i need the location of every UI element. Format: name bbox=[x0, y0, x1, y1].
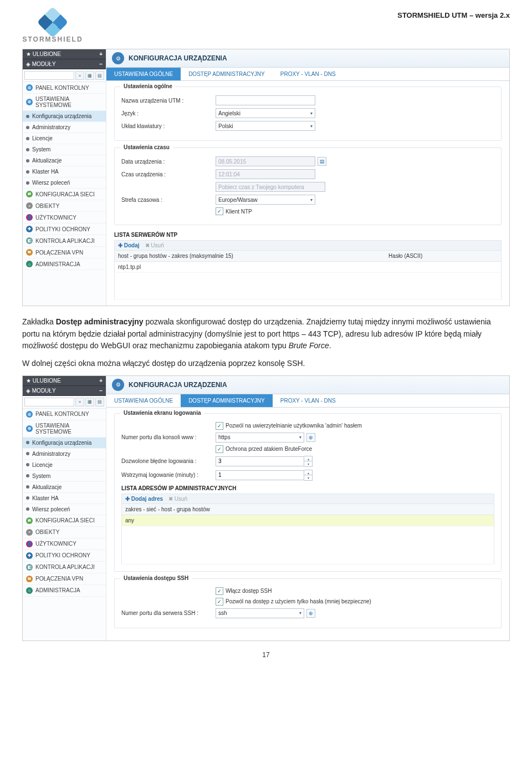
calendar-icon[interactable]: ▤ bbox=[318, 157, 326, 166]
www-port-label: Numer portu dla konsoli www : bbox=[121, 434, 216, 440]
add-address-button[interactable]: ✚ Dodaj adres bbox=[125, 496, 163, 502]
list-icon[interactable]: ▤ bbox=[95, 398, 104, 406]
col-password: Hasło (ASCII) bbox=[385, 251, 501, 262]
panel-title: KONFIGURACJA URZĄDZENIA bbox=[129, 54, 227, 62]
sidebar-item[interactable]: Wiersz poleceń bbox=[23, 504, 106, 515]
keyboard-select[interactable]: Polski▾ bbox=[216, 121, 315, 131]
add-object-icon[interactable]: ⊕ bbox=[306, 609, 315, 618]
ntp-client-checkbox[interactable]: ✓Klient NTP bbox=[216, 207, 252, 215]
sidebar-item[interactable]: Klaster HA bbox=[23, 493, 106, 504]
sidebar-item-label: KONFIGURACJA SIECI bbox=[35, 191, 95, 197]
tab[interactable]: PROXY - VLAN - DNS bbox=[273, 394, 344, 407]
tab[interactable]: USTAWIENIA OGÓLNE bbox=[106, 394, 181, 407]
sidebar-item[interactable]: ◎PANEL KONTROLNY bbox=[23, 82, 106, 94]
sidebar-item[interactable]: ⌂ADMINISTRACJA bbox=[23, 585, 106, 597]
sidebar-item[interactable]: Administratorzy bbox=[23, 449, 106, 460]
bullet-icon bbox=[26, 126, 29, 129]
sidebar-item[interactable]: Konfiguracja urządzenia bbox=[23, 111, 106, 122]
bullet-icon bbox=[26, 474, 29, 477]
clear-icon[interactable]: × bbox=[75, 398, 84, 406]
chevron-down-icon: ▾ bbox=[299, 435, 301, 440]
sidebar-item[interactable]: Aktualizacje bbox=[23, 155, 106, 166]
sidebar-item[interactable]: System bbox=[23, 471, 106, 482]
sidebar-item[interactable]: Licencje bbox=[23, 460, 106, 471]
sidebar-favorites[interactable]: ★ ULUBIONE+ bbox=[23, 49, 106, 59]
sidebar-item[interactable]: ◧KONTROLA APLIKACJI bbox=[23, 235, 106, 247]
allow-password-auth-checkbox[interactable]: ✓Pozwól na uwierzytelnianie użytkownika … bbox=[216, 422, 362, 430]
ssh-port-select[interactable]: ssh▾ bbox=[216, 608, 304, 618]
sidebar-item[interactable]: Wiersz poleceń bbox=[23, 177, 106, 189]
www-port-select[interactable]: https▾ bbox=[216, 433, 304, 443]
list-icon[interactable]: ▤ bbox=[95, 71, 104, 80]
ssh-port-label: Numer portu dla serwera SSH : bbox=[121, 610, 216, 616]
grid-icon[interactable]: ▦ bbox=[85, 71, 94, 80]
sidebar-item[interactable]: ⇄KONFIGURACJA SIECI bbox=[23, 515, 106, 527]
table-row[interactable]: ntp1.tp.pl bbox=[115, 262, 502, 273]
sidebar-item[interactable]: ✚POLITYKI OCHRONY bbox=[23, 223, 106, 235]
spinner-buttons[interactable]: ▴▾ bbox=[304, 456, 313, 467]
sidebar-item-label: POŁĄCZENIA VPN bbox=[35, 576, 83, 582]
device-name-input[interactable] bbox=[216, 95, 315, 105]
bruteforce-checkbox[interactable]: ✓Ochrona przed atakiem BruteForce bbox=[216, 445, 312, 453]
timezone-label: Strefa czasowa : bbox=[121, 197, 216, 203]
chevron-down-icon: ▾ bbox=[310, 111, 313, 116]
hold-login-input[interactable] bbox=[216, 470, 304, 480]
sidebar-item[interactable]: ⚙USTAWIENIA SYSTEMOWE bbox=[23, 94, 106, 111]
fieldset-legend: Ustawienia ogólne bbox=[120, 83, 176, 89]
sidebar-modules[interactable]: ◈ MODUŁY− bbox=[23, 59, 106, 69]
failed-logins-input[interactable] bbox=[216, 456, 304, 466]
module-icon: ⌂ bbox=[26, 587, 33, 594]
module-icon: ✚ bbox=[26, 552, 33, 559]
sidebar-item[interactable]: 👤UŻYTKOWNICY bbox=[23, 538, 106, 550]
sidebar-item[interactable]: ⇄KONFIGURACJA SIECI bbox=[23, 189, 106, 200]
sidebar-item[interactable]: Licencje bbox=[23, 133, 106, 144]
sidebar-item[interactable]: ⇋POŁĄCZENIA VPN bbox=[23, 247, 106, 258]
sidebar-item[interactable]: ≡OBIEKTY bbox=[23, 527, 106, 538]
table-row[interactable]: any bbox=[122, 515, 494, 526]
get-time-button[interactable] bbox=[216, 182, 325, 192]
module-icon: ⌂ bbox=[26, 261, 33, 267]
sidebar-item[interactable]: Administratorzy bbox=[23, 122, 106, 133]
tab[interactable]: USTAWIENIA OGÓLNE bbox=[106, 68, 181, 80]
timezone-select[interactable]: Europe/Warsaw▾ bbox=[216, 195, 315, 205]
sidebar-item[interactable]: Konfiguracja urządzenia bbox=[23, 438, 106, 449]
sidebar-item-label: Konfiguracja urządzenia bbox=[32, 440, 91, 446]
date-label: Data urządzenia : bbox=[121, 159, 216, 165]
logo-icon bbox=[37, 7, 69, 38]
sidebar-item[interactable]: ≡OBIEKTY bbox=[23, 200, 106, 212]
bullet-icon bbox=[26, 115, 29, 118]
sidebar-modules[interactable]: ◈ MODUŁY− bbox=[23, 386, 106, 396]
sidebar-item[interactable]: Aktualizacje bbox=[23, 482, 106, 493]
sidebar-item[interactable]: 👤UŻYTKOWNICY bbox=[23, 212, 106, 223]
page-number: 17 bbox=[22, 651, 510, 659]
sidebar-item[interactable]: ✚POLITYKI OCHRONY bbox=[23, 550, 106, 562]
tab[interactable]: PROXY - VLAN - DNS bbox=[273, 68, 344, 80]
fieldset-legend: Ustawienia ekranu logowania bbox=[120, 410, 204, 416]
sidebar-item-label: ADMINISTRACJA bbox=[35, 587, 80, 593]
enable-ssh-checkbox[interactable]: ✓Włącz dostęp SSH bbox=[216, 587, 272, 595]
grid-icon[interactable]: ▦ bbox=[85, 398, 94, 406]
sidebar-item-label: ADMINISTRACJA bbox=[35, 261, 80, 267]
module-icon: ◧ bbox=[26, 564, 33, 571]
sidebar-item[interactable]: ◎PANEL KONTROLNY bbox=[23, 409, 106, 420]
tab[interactable]: DOSTĘP ADMINISTRACYJNY bbox=[181, 394, 273, 407]
language-select[interactable]: Angielski▾ bbox=[216, 108, 315, 118]
sidebar-item[interactable]: ⚙USTAWIENIA SYSTEMOWE bbox=[23, 420, 106, 438]
chevron-down-icon: ▾ bbox=[310, 197, 313, 202]
delete-button[interactable]: ✖ Usuń bbox=[168, 496, 187, 502]
sidebar-search-input[interactable] bbox=[24, 398, 74, 406]
tab[interactable]: DOSTĘP ADMINISTRACYJNY bbox=[181, 68, 273, 80]
clear-icon[interactable]: × bbox=[75, 71, 84, 80]
delete-button[interactable]: ✖ Usuń bbox=[145, 242, 164, 248]
sidebar-favorites[interactable]: ★ ULUBIONE+ bbox=[23, 376, 106, 386]
sidebar-search-input[interactable] bbox=[24, 71, 74, 80]
sidebar-item[interactable]: Klaster HA bbox=[23, 166, 106, 177]
sidebar-item[interactable]: System bbox=[23, 144, 106, 155]
sidebar-item[interactable]: ⇋POŁĄCZENIA VPN bbox=[23, 573, 106, 585]
spinner-buttons[interactable]: ▴▾ bbox=[304, 470, 313, 481]
ssh-password-only-checkbox[interactable]: ✓Pozwól na dostęp z użyciem tylko hasła … bbox=[216, 598, 371, 606]
sidebar-item[interactable]: ⌂ADMINISTRACJA bbox=[23, 258, 106, 270]
add-button[interactable]: ✚ Dodaj bbox=[118, 242, 140, 248]
sidebar-item[interactable]: ◧KONTROLA APLIKACJI bbox=[23, 562, 106, 573]
add-object-icon[interactable]: ⊕ bbox=[306, 433, 315, 442]
